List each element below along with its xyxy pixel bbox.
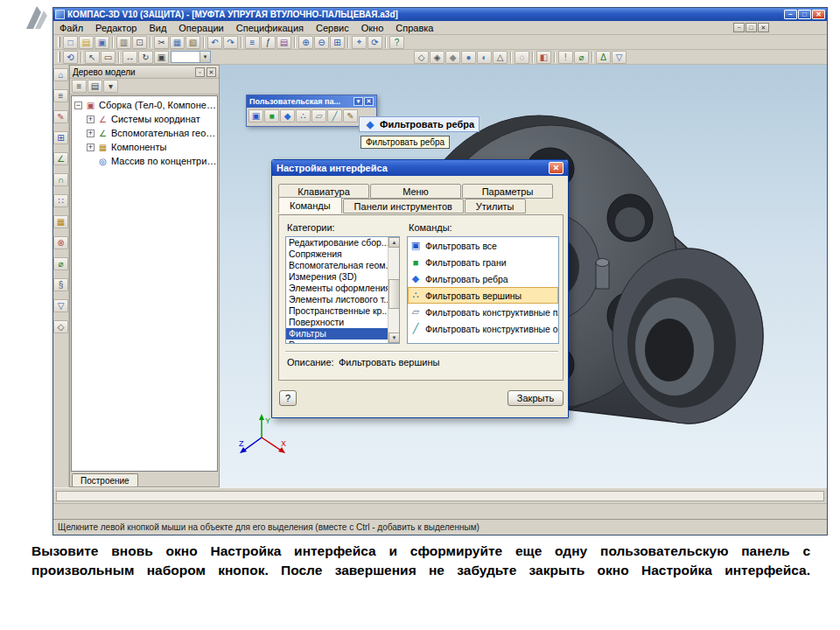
tree-item[interactable]: ◎ Массив по концентрическо... [72, 154, 217, 168]
zoom-in-icon[interactable]: ⊕ [298, 36, 313, 49]
zoom-frame-icon[interactable]: ⊞ [330, 36, 345, 49]
tree-item[interactable]: − ▣ Сборка (Тел-0, Компонентов-41... [72, 98, 217, 112]
components-panel-icon[interactable]: ▦ [53, 215, 68, 228]
menu-item[interactable]: Окно [355, 21, 390, 34]
chevron-down-icon[interactable] [354, 97, 363, 106]
close-dialog-button[interactable]: Закрыть [508, 390, 564, 406]
tab-construction[interactable]: Построение [72, 473, 138, 486]
help-icon[interactable]: ? [389, 36, 404, 49]
window-titlebar[interactable]: КОМПАС-3D V10 (ЗАЩИТА) - [МУФТА УПРУГАЯ … [53, 8, 827, 21]
dragged-command-button[interactable]: ◆ Фильтровать ребра [359, 116, 480, 132]
undo-icon[interactable]: ↶ [207, 36, 222, 49]
tree-composition-icon[interactable]: ▤ [88, 80, 102, 93]
mdi-restore-icon[interactable] [746, 23, 757, 32]
expand-toggle-icon[interactable]: − [74, 102, 82, 109]
mass-properties-icon[interactable]: Δ [596, 51, 611, 64]
variables-icon[interactable]: ƒ [261, 36, 276, 49]
scrollbar[interactable] [388, 237, 399, 343]
menu-item[interactable]: Операции [172, 21, 229, 34]
standard-views-icon[interactable]: ⌂ [53, 68, 68, 81]
categories-listbox[interactable]: Редактирование сбор...СопряженияВспомога… [285, 236, 400, 344]
mdi-close-icon[interactable] [758, 23, 769, 32]
command-item[interactable]: ╱ Фильтровать конструктивные оси... [408, 320, 558, 337]
rotate-view-icon[interactable]: ↻ [138, 51, 153, 64]
spec-panel-icon[interactable]: § [53, 278, 68, 291]
measure-icon[interactable]: ⌀ [574, 51, 589, 64]
wireframe-mode-icon[interactable]: ◇ [53, 320, 68, 333]
measure-panel-icon[interactable]: ⌀ [53, 257, 68, 270]
filter-axes-icon[interactable]: ╱ [327, 109, 342, 122]
category-item[interactable]: Поверхности [286, 317, 388, 328]
shaded-wire-icon[interactable]: ◐ [477, 51, 492, 64]
dialog-tab[interactable]: Утилиты [465, 199, 526, 214]
wireframe-icon[interactable]: ◇ [414, 51, 429, 64]
filter-planes-icon[interactable]: ▱ [312, 109, 326, 122]
custom-panel-titlebar[interactable]: Пользовательская па... [247, 95, 376, 108]
filter-all-icon[interactable]: ▣ [248, 109, 263, 122]
expand-toggle-icon[interactable]: + [87, 130, 94, 137]
command-item[interactable]: ■ Фильтровать грани [408, 254, 558, 270]
pin-icon[interactable] [195, 67, 205, 77]
filter-faces-icon[interactable]: ■ [264, 109, 279, 122]
toolbar-grip[interactable] [58, 52, 60, 62]
category-item[interactable]: Вспомогательная геом... [286, 260, 388, 271]
arrays-panel-icon[interactable]: ∷ [53, 194, 68, 207]
aux-panel-icon[interactable]: ∠ [53, 152, 68, 165]
section-view-icon[interactable]: ◧ [536, 51, 551, 64]
dialog-titlebar[interactable]: Настройка интерфейса [272, 160, 568, 176]
zoom-page-icon[interactable]: ▣ [154, 51, 169, 64]
tree-item[interactable]: + ▦ Компоненты [72, 140, 217, 154]
command-item[interactable]: ∴ Фильтровать вершины [408, 287, 558, 304]
scroll-thumb[interactable] [388, 279, 400, 309]
menu-item[interactable]: Файл [53, 21, 89, 34]
hidden-thin-icon[interactable]: ◆ [445, 51, 460, 64]
close-icon[interactable] [812, 10, 825, 19]
category-item[interactable]: Редактирование детал... [286, 340, 388, 344]
refresh-icon[interactable]: ⟲ [63, 51, 78, 64]
hidden-lines-icon[interactable]: ◈ [430, 51, 444, 64]
sketch-mode-icon[interactable]: ✎ [53, 110, 68, 123]
tree-item[interactable]: + ∠ Вспомогательная геометрия [72, 126, 217, 140]
filters-mode-icon[interactable]: ▽ [53, 299, 68, 312]
tree-item[interactable]: + ∠ Системы координат [72, 112, 217, 126]
filters-panel-icon[interactable]: ▽ [612, 51, 626, 64]
command-item[interactable]: ▣ Фильтровать все [408, 237, 558, 254]
mdi-minimize-icon[interactable] [733, 23, 745, 32]
new-icon[interactable]: □ [63, 36, 78, 49]
custom-toolbar-panel[interactable]: Пользовательская па... ▣■◆∴▱╱✎ [246, 94, 377, 127]
dialog-tab[interactable]: Панели инструментов [343, 199, 464, 214]
manager-icon[interactable]: ≡ [245, 36, 260, 49]
category-item[interactable]: Элементы оформления [286, 283, 388, 294]
filter-sketches-icon[interactable]: ✎ [343, 109, 358, 122]
help-button[interactable]: ? [279, 390, 297, 406]
dialog-tab[interactable]: Команды [278, 197, 342, 214]
rotate-icon[interactable]: ⟳ [368, 36, 382, 49]
command-item[interactable]: ▱ Фильтровать конструктивные плос... [408, 304, 558, 320]
filter-vertices-icon[interactable]: ∴ [296, 109, 311, 122]
close-icon[interactable] [206, 67, 216, 77]
tree-panel-header[interactable]: Дерево модели [70, 66, 219, 79]
menu-item[interactable]: Спецификация [230, 21, 310, 34]
maximize-icon[interactable] [798, 10, 811, 19]
close-icon[interactable] [364, 97, 374, 106]
menu-item[interactable]: Редактор [89, 21, 143, 34]
perspective-icon[interactable]: △ [493, 51, 508, 64]
mates-panel-icon[interactable]: ⊗ [53, 236, 68, 249]
model-tree-icon[interactable]: ≡ [53, 89, 68, 102]
scroll-down-icon[interactable] [388, 332, 400, 343]
toolbar-grip[interactable] [58, 37, 60, 47]
redo-icon[interactable]: ↷ [223, 36, 238, 49]
category-item[interactable]: Элементы листового т... [286, 294, 388, 305]
quick-hide-icon[interactable]: ◌ [514, 51, 529, 64]
minimize-icon[interactable] [784, 10, 797, 19]
category-item[interactable]: Редактирование сбор... [286, 237, 388, 248]
copy-icon[interactable]: ▦ [170, 36, 185, 49]
tree-structure-icon[interactable]: ≡ [72, 80, 87, 93]
pan-icon[interactable]: ⌖ [352, 36, 367, 49]
command-item[interactable]: ◆ Фильтровать ребра [408, 270, 558, 287]
close-icon[interactable] [549, 162, 564, 174]
save-icon[interactable]: ▣ [94, 36, 109, 49]
dialog-tab[interactable]: Меню [370, 184, 461, 199]
filter-edges-icon[interactable]: ◆ [280, 109, 295, 122]
category-item[interactable]: Пространственные кр... [286, 305, 388, 317]
